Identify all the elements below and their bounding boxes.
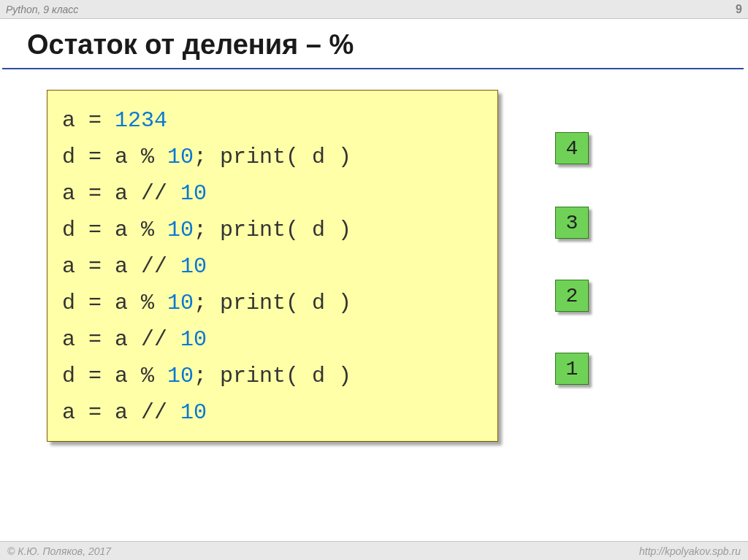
result-box: 2 (555, 280, 589, 312)
code-line: d = a % 10; print( d ) (62, 212, 483, 248)
result-box: 3 (555, 207, 589, 239)
footer-url: http://kpolyakov.spb.ru (639, 545, 741, 557)
result-box: 4 (555, 132, 589, 164)
code-line: a = a // 10 (62, 248, 483, 285)
code-line: a = a // 10 (62, 321, 483, 358)
content-area: a = 1234 d = a % 10; print( d ) a = a //… (0, 69, 748, 90)
footer-bar: © К.Ю. Поляков, 2017 http://kpolyakov.sp… (0, 541, 748, 560)
code-line: a = 1234 (62, 102, 483, 139)
code-line: d = a % 10; print( d ) (62, 285, 483, 321)
code-line: a = a // 10 (62, 394, 483, 431)
course-label: Python, 9 класс (6, 4, 78, 15)
slide-title: Остаток от деления – % (2, 19, 744, 69)
copyright: © К.Ю. Поляков, 2017 (7, 545, 111, 557)
code-line: d = a % 10; print( d ) (62, 139, 483, 175)
code-box: a = 1234 d = a % 10; print( d ) a = a //… (47, 90, 498, 442)
page-number: 9 (736, 3, 742, 16)
code-line: a = a // 10 (62, 175, 483, 212)
code-line: d = a % 10; print( d ) (62, 358, 483, 394)
result-box: 1 (555, 353, 589, 385)
top-bar: Python, 9 класс 9 (0, 0, 748, 19)
